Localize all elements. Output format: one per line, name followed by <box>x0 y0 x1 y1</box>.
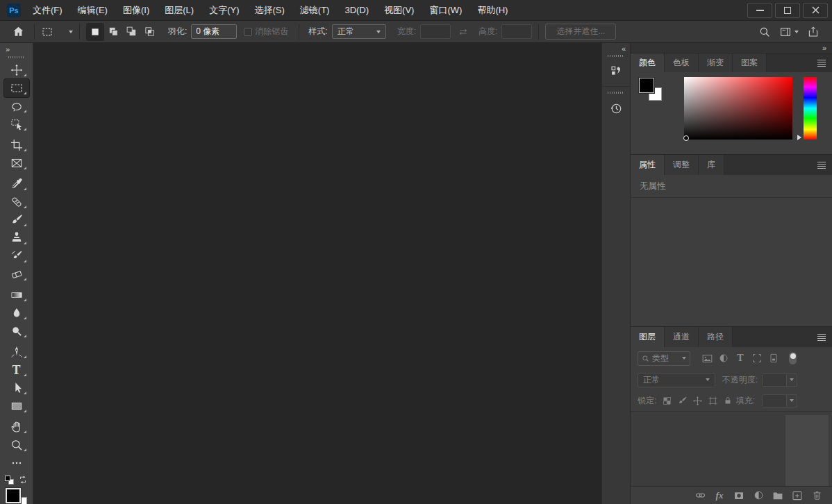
select-and-mask-button[interactable]: 选择并遮住... <box>545 24 616 40</box>
search-button[interactable] <box>756 23 774 41</box>
clone-stamp-tool[interactable] <box>4 229 29 247</box>
zoom-tool[interactable] <box>4 436 29 454</box>
menu-help[interactable]: 帮助(H) <box>469 0 515 20</box>
filter-adjustment-layers-button[interactable] <box>715 353 732 364</box>
default-colors-button[interactable] <box>5 476 14 485</box>
dodge-tool[interactable] <box>4 322 29 340</box>
new-adjustment-layer-button[interactable] <box>749 489 768 501</box>
tool-preset-button[interactable] <box>41 23 73 41</box>
new-layer-button[interactable] <box>788 489 807 502</box>
feather-input[interactable]: 0 像素 <box>191 24 237 39</box>
layer-style-button[interactable]: fx <box>710 490 729 501</box>
lock-artboard-button[interactable] <box>705 396 720 406</box>
height-input[interactable] <box>501 24 532 39</box>
fill-dropdown-button[interactable] <box>787 394 797 408</box>
frame-tool[interactable] <box>4 154 29 172</box>
lock-position-button[interactable] <box>690 396 705 406</box>
layer-filter-toggle[interactable] <box>789 352 797 364</box>
eraser-tool[interactable] <box>4 265 29 283</box>
swap-dimensions-button[interactable] <box>455 23 472 41</box>
canvas-area[interactable] <box>33 43 601 504</box>
menu-type[interactable]: 文字(Y) <box>201 0 247 20</box>
home-button[interactable] <box>8 23 28 41</box>
tab-patterns[interactable]: 图案 <box>733 53 767 72</box>
color-picker-marker[interactable] <box>683 135 689 141</box>
eyedropper-tool[interactable] <box>4 175 29 193</box>
foreground-color-swatch[interactable] <box>6 488 21 503</box>
filter-pixel-layers-button[interactable] <box>699 353 715 364</box>
hue-slider[interactable] <box>804 77 817 140</box>
opacity-input[interactable] <box>762 373 787 387</box>
lock-image-pixels-button[interactable] <box>674 396 690 406</box>
share-button[interactable] <box>804 23 822 41</box>
blur-tool[interactable] <box>4 304 29 322</box>
close-button[interactable] <box>803 3 828 18</box>
filter-type-layers-button[interactable]: T <box>732 353 749 364</box>
tab-swatches[interactable]: 色板 <box>665 53 699 72</box>
crop-tool[interactable] <box>4 136 29 154</box>
tab-layers[interactable]: 图层 <box>631 327 665 347</box>
tab-channels[interactable]: 通道 <box>665 327 699 347</box>
rectangular-marquee-tool[interactable] <box>4 79 29 97</box>
properties-panel-menu-button[interactable] <box>817 161 826 169</box>
width-input[interactable] <box>420 24 451 39</box>
intersect-selection-mode-button[interactable] <box>140 23 158 41</box>
history-brush-tool[interactable] <box>4 247 29 265</box>
menu-edit[interactable]: 编辑(E) <box>70 0 115 20</box>
brush-tool[interactable] <box>4 211 29 229</box>
swap-colors-button[interactable] <box>18 475 28 485</box>
hand-tool[interactable] <box>4 418 29 436</box>
photoshop-logo-icon[interactable]: Ps <box>7 3 21 17</box>
gradient-tool[interactable] <box>4 286 29 304</box>
layer-filter-type-select[interactable]: 类型 <box>638 351 690 366</box>
color-panel-menu-button[interactable] <box>817 59 826 67</box>
menu-file[interactable]: 文件(F) <box>25 0 70 20</box>
menu-3d[interactable]: 3D(D) <box>337 0 376 20</box>
panel-grip[interactable] <box>608 55 624 57</box>
layers-panel-menu-button[interactable] <box>817 333 826 342</box>
menu-view[interactable]: 视图(V) <box>376 0 422 20</box>
menu-select[interactable]: 选择(S) <box>247 0 292 20</box>
object-selection-tool[interactable] <box>4 115 29 133</box>
filter-shape-layers-button[interactable] <box>749 353 765 364</box>
glyphs-panel-button[interactable] <box>601 60 631 83</box>
tab-adjustments[interactable]: 调整 <box>665 155 699 175</box>
tab-properties[interactable]: 属性 <box>631 155 665 175</box>
tab-paths[interactable]: 路径 <box>699 327 733 347</box>
menu-layer[interactable]: 图层(L) <box>157 0 201 20</box>
menu-window[interactable]: 窗口(W) <box>422 0 469 20</box>
panel-foreground-swatch[interactable] <box>639 78 654 93</box>
lock-all-button[interactable] <box>720 396 735 405</box>
toolbar-expand-button[interactable]: » <box>0 43 33 54</box>
new-group-button[interactable] <box>768 489 788 502</box>
link-layers-button[interactable] <box>690 489 710 502</box>
menu-image[interactable]: 图像(I) <box>115 0 157 20</box>
delete-layer-button[interactable] <box>807 489 826 501</box>
saturation-brightness-field[interactable] <box>684 77 792 140</box>
lock-transparent-pixels-button[interactable] <box>659 396 674 406</box>
pen-tool[interactable] <box>4 343 29 361</box>
anti-alias-checkbox[interactable] <box>244 28 252 36</box>
opacity-dropdown-button[interactable] <box>787 373 797 387</box>
style-select[interactable]: 正常 <box>332 24 386 39</box>
dock-expand-button[interactable]: » <box>631 43 832 53</box>
edit-toolbar-button[interactable] <box>4 454 29 472</box>
lasso-tool[interactable] <box>4 97 29 115</box>
history-panel-button[interactable] <box>601 96 631 120</box>
move-tool[interactable] <box>4 61 29 79</box>
subtract-from-selection-mode-button[interactable] <box>122 23 140 41</box>
toolbar-grip[interactable] <box>8 56 25 58</box>
new-selection-mode-button[interactable] <box>86 23 104 41</box>
filter-smart-objects-button[interactable] <box>765 353 782 364</box>
tab-color[interactable]: 颜色 <box>631 53 665 72</box>
path-selection-tool[interactable] <box>4 379 29 397</box>
fill-input[interactable] <box>762 394 787 408</box>
panel-grip[interactable] <box>608 92 624 94</box>
type-tool[interactable]: T <box>4 361 29 379</box>
maximize-button[interactable] <box>775 3 800 18</box>
tab-gradients[interactable]: 渐变 <box>699 53 733 72</box>
tab-libraries[interactable]: 库 <box>699 155 724 175</box>
add-to-selection-mode-button[interactable] <box>104 23 122 41</box>
spot-healing-brush-tool[interactable] <box>4 193 29 211</box>
dock-collapse-button[interactable]: « <box>602 43 630 53</box>
